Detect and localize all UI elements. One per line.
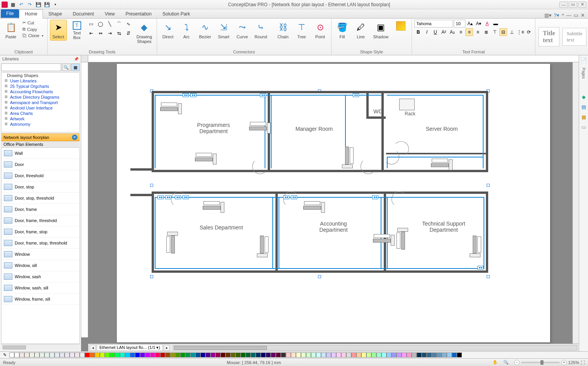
color-swatch[interactable] [427, 352, 432, 357]
color-swatch[interactable] [210, 352, 215, 357]
color-swatch[interactable] [376, 352, 381, 357]
floor-plan[interactable]: Programmers Department Manager Room WC S… [152, 91, 488, 277]
color-swatch[interactable] [326, 352, 331, 357]
color-swatch[interactable] [160, 352, 165, 357]
color-swatch[interactable] [457, 352, 462, 357]
qat-saveall-icon[interactable]: 💾 [43, 1, 50, 8]
color-swatch[interactable] [286, 352, 291, 357]
underline-button[interactable]: U [431, 28, 439, 36]
library-active-bar[interactable]: Network layout floorplan✕ [1, 133, 80, 141]
ethernet-cable[interactable] [387, 197, 388, 269]
color-swatch[interactable] [200, 352, 205, 357]
distribute-v-icon[interactable]: ⇵ [124, 29, 133, 38]
ethernet-cable[interactable] [387, 157, 484, 157]
color-swatch[interactable] [316, 352, 321, 357]
shape-rect-icon[interactable]: ▭ [87, 20, 96, 28]
network-hub[interactable] [190, 93, 197, 97]
door[interactable] [361, 159, 376, 174]
wall[interactable] [384, 192, 386, 273]
shape-arc-icon[interactable]: ⌒ [115, 20, 123, 28]
align-center-icon[interactable]: ⇔ [96, 29, 105, 38]
tab-file[interactable]: File [1, 9, 19, 18]
workstation[interactable] [255, 235, 268, 254]
shape-ellipse-icon[interactable]: ◯ [96, 20, 105, 28]
qat-redo-icon[interactable]: ↷ [26, 1, 33, 8]
color-swatch[interactable] [205, 352, 210, 357]
color-swatch[interactable] [120, 352, 125, 357]
smart-button[interactable]: ⇲Smart [215, 20, 232, 41]
tab-home[interactable]: Home [19, 9, 43, 19]
color-swatch[interactable] [220, 352, 226, 357]
shape-item[interactable]: Window, sash [2, 271, 79, 282]
color-swatch[interactable] [321, 352, 326, 357]
color-swatch[interactable] [60, 352, 65, 357]
tree-item[interactable]: Android User Interface [2, 105, 79, 111]
door[interactable] [252, 159, 268, 174]
no-fill-swatch[interactable] [9, 352, 14, 357]
color-swatch[interactable] [231, 352, 236, 357]
color-swatch[interactable] [34, 352, 39, 357]
properties-icon[interactable]: ▦ [580, 113, 587, 120]
color-swatch[interactable] [140, 352, 145, 357]
bold-button[interactable]: B [414, 28, 422, 36]
color-swatch[interactable] [19, 352, 24, 357]
tree-item[interactable]: Accounting Flowcharts [2, 89, 79, 94]
network-hub[interactable] [165, 195, 171, 199]
color-swatch[interactable] [371, 352, 376, 357]
distribute-h-icon[interactable]: ⇆ [115, 29, 123, 38]
bezier-button[interactable]: ∿Bezier [197, 20, 214, 41]
color-swatch[interactable] [155, 352, 160, 357]
color-swatch[interactable] [195, 352, 200, 357]
color-swatch[interactable] [437, 352, 442, 357]
shape-item[interactable]: Door [2, 159, 79, 170]
network-hub[interactable] [291, 195, 297, 199]
ethernet-cable[interactable] [484, 197, 484, 269]
italic-button[interactable]: I [423, 28, 431, 36]
pages-panel-icon[interactable]: 📄 [580, 57, 587, 64]
color-swatch[interactable] [65, 352, 70, 357]
color-swatch[interactable] [351, 352, 356, 357]
font-select[interactable] [414, 20, 453, 27]
workstation[interactable] [372, 234, 391, 247]
tree-item[interactable]: 25 Typical Orgcharts [2, 84, 79, 89]
color-swatch[interactable] [301, 352, 306, 357]
network-hub[interactable] [283, 195, 289, 199]
qat-undo-icon[interactable]: ↶ [18, 1, 25, 8]
drawing-shapes-button[interactable]: ◆ Drawing Shapes [134, 20, 154, 45]
ethernet-cable[interactable] [271, 95, 272, 168]
zoom-slider[interactable] [521, 362, 560, 363]
shape-spline-icon[interactable]: ∿ [124, 20, 133, 28]
color-swatch[interactable] [175, 352, 180, 357]
color-swatch[interactable] [306, 352, 311, 357]
font-color-icon[interactable]: A [483, 20, 491, 27]
ethernet-cable[interactable] [155, 197, 484, 198]
library-search-input[interactable] [1, 63, 61, 71]
color-swatch[interactable] [226, 352, 231, 357]
app-icon[interactable] [2, 2, 8, 8]
shape-item[interactable]: Door, stop [2, 181, 79, 193]
collapse-ribbon-icon[interactable]: ^ [562, 12, 564, 18]
tab-view[interactable]: View [99, 10, 120, 18]
color-swatch[interactable] [256, 352, 261, 357]
zoom-tool-icon[interactable]: 🔍 [503, 360, 509, 365]
server-rack[interactable] [399, 99, 415, 110]
network-hub[interactable] [157, 195, 164, 199]
align-center-button[interactable]: ≡ [465, 28, 473, 36]
color-swatch[interactable] [281, 352, 286, 357]
copy-button[interactable]: ⧉Copy [21, 26, 45, 32]
shadow-button[interactable]: ▣Shadow [371, 20, 391, 41]
canvas-vscroll[interactable] [573, 62, 579, 344]
tree-item[interactable]: Area Charts [2, 111, 79, 116]
arc-button[interactable]: ⤵Arc [178, 20, 195, 41]
color-swatch[interactable] [366, 352, 371, 357]
drawing-page[interactable]: Programmers Department Manager Room WC S… [117, 64, 550, 342]
workstation[interactable] [303, 201, 322, 214]
qat-save-icon[interactable]: 💾 [35, 1, 42, 8]
workstation[interactable] [430, 159, 450, 172]
search-button[interactable]: 🔍 [62, 63, 70, 71]
curve-button[interactable]: ⤳Curve [234, 20, 251, 41]
panel-toggle-icon[interactable]: ▥▾ [544, 12, 552, 18]
color-swatch[interactable] [70, 352, 75, 357]
color-swatch[interactable] [442, 352, 447, 357]
eyedropper-icon[interactable]: ✎ [2, 352, 8, 358]
